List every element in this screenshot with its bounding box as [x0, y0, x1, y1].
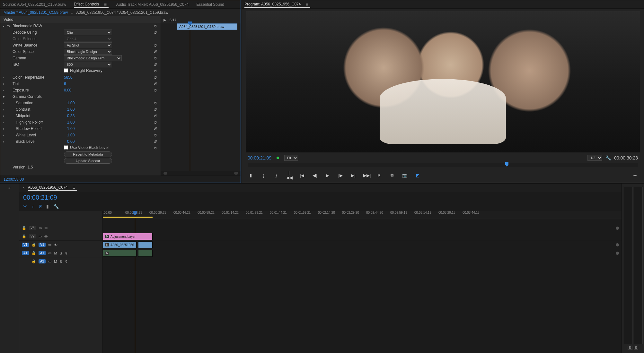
use-video-black-checkbox[interactable]: [64, 145, 68, 150]
toggle-output-icon[interactable]: ▭: [48, 259, 51, 263]
twist-icon[interactable]: ›: [3, 89, 7, 92]
white-balance-select[interactable]: As Shot: [64, 42, 112, 48]
master-clip-link[interactable]: Master * A054_08251201_C159.braw: [4, 10, 68, 15]
hamburger-icon[interactable]: [306, 3, 310, 6]
track-header-a1[interactable]: A1 🔒 A1 ▭ M S 🎙: [19, 249, 102, 257]
clip-audio-1[interactable]: fx: [103, 250, 137, 257]
reset-button[interactable]: [152, 139, 158, 144]
lock-icon[interactable]: 🔒: [31, 251, 36, 255]
twist-icon[interactable]: ›: [3, 82, 7, 86]
marker-icon[interactable]: ▮: [46, 204, 49, 209]
export-frame-icon[interactable]: 📷: [402, 173, 408, 178]
clip-video-1[interactable]: fxA056_08251956: [103, 241, 137, 248]
toggle-output-icon[interactable]: ▭: [39, 234, 42, 238]
mini-clip-bar[interactable]: A054_08251201_C159.braw: [177, 23, 237, 30]
track-header-v2[interactable]: 🔒 V2 ▭ 👁: [19, 232, 102, 240]
scroll-thumb-left[interactable]: [163, 172, 167, 175]
twist-icon[interactable]: ›: [3, 108, 7, 111]
zoom-fit-select[interactable]: Fit: [284, 155, 298, 161]
program-playhead[interactable]: [505, 162, 508, 167]
reset-button[interactable]: [152, 113, 158, 118]
effect-blackmagic-raw[interactable]: ▾ fx Blackmagic RAW: [0, 23, 161, 29]
toggle-output-icon[interactable]: ▭: [48, 251, 51, 255]
zoom-handle[interactable]: [616, 227, 619, 230]
solo-icon[interactable]: S: [59, 260, 62, 263]
saturation-value[interactable]: 1.00: [67, 101, 75, 105]
reset-button[interactable]: [152, 145, 158, 151]
solo-icon[interactable]: S: [60, 251, 62, 255]
program-scrub-bar[interactable]: [248, 163, 638, 167]
lift-icon[interactable]: ⎘: [376, 173, 382, 178]
mute-icon[interactable]: M: [54, 260, 57, 263]
hamburger-icon[interactable]: [73, 186, 77, 189]
effect-footer-timecode[interactable]: 12:00:58:00: [0, 176, 241, 183]
twist-icon[interactable]: ›: [3, 101, 7, 105]
mini-tl-play-icon[interactable]: ▶: [163, 18, 166, 22]
color-space-select[interactable]: Blackmagic Design: [64, 49, 112, 55]
track-header-v3[interactable]: 🔒 V3 ▭ 👁: [19, 224, 102, 232]
lock-icon[interactable]: 🔒: [22, 234, 26, 238]
reset-button[interactable]: [152, 43, 158, 48]
tab-essential-sound[interactable]: Essential Sound: [196, 2, 224, 7]
bracket-out-icon[interactable]: }: [273, 173, 279, 178]
eye-icon[interactable]: 👁: [54, 243, 57, 247]
track-a2[interactable]: [103, 257, 622, 265]
track-v3[interactable]: [103, 224, 622, 232]
resolution-select[interactable]: 1/2: [587, 155, 602, 161]
zoom-handle[interactable]: [616, 243, 619, 246]
iso-select[interactable]: 800: [64, 62, 112, 67]
clip-video-2[interactable]: [138, 241, 153, 248]
step-back-icon[interactable]: |◀: [299, 173, 305, 178]
tint-value[interactable]: 6: [64, 82, 66, 86]
track-v1[interactable]: fxA056_08251956: [103, 240, 622, 249]
shadow-rolloff-value[interactable]: 1.00: [67, 126, 75, 131]
clip-audio-2[interactable]: [138, 250, 153, 257]
effect-mini-timeline[interactable]: ▶ ;6:17 A054_08251201_C159.braw: [161, 16, 241, 176]
wrench-icon[interactable]: 🔧: [53, 204, 59, 209]
reset-button[interactable]: [152, 107, 158, 112]
gamma-select[interactable]: Blackmagic Design Film: [64, 55, 122, 61]
reset-effect-button[interactable]: [152, 23, 158, 29]
midpoint-value[interactable]: 0.38: [67, 114, 75, 118]
decode-using-select[interactable]: Clip: [64, 30, 112, 35]
zoom-handle[interactable]: [616, 252, 619, 255]
mini-playhead[interactable]: [190, 23, 190, 176]
tab-audio-mixer[interactable]: Audio Track Mixer: A056_08251956_C074: [116, 2, 189, 7]
lock-icon[interactable]: 🔒: [22, 226, 26, 230]
magnet-icon[interactable]: ∩: [31, 204, 35, 209]
bracket-in-icon[interactable]: {: [260, 173, 266, 178]
program-current-tc[interactable]: 00:00:21;09: [248, 155, 271, 160]
reset-button[interactable]: [152, 120, 158, 125]
contrast-value[interactable]: 1.00: [67, 107, 75, 112]
timeline-timecode[interactable]: 00:00:21;09: [23, 194, 57, 201]
lock-icon[interactable]: 🔒: [31, 259, 36, 263]
extract-icon[interactable]: ⧉: [389, 173, 395, 178]
white-level-value[interactable]: 1.00: [67, 133, 75, 137]
revert-metadata-button[interactable]: Revert to Metadata: [64, 151, 112, 157]
twist-icon[interactable]: ›: [3, 133, 7, 137]
mic-icon[interactable]: 🎙: [65, 260, 68, 263]
toggle-output-icon[interactable]: ▭: [39, 226, 42, 230]
update-sidecar-button[interactable]: Update Sidecar: [64, 158, 112, 164]
hamburger-icon[interactable]: [104, 3, 109, 6]
timeline-ruler[interactable]: ;00:00 00:00:14:23 00:00:29:23 00:00:44:…: [103, 211, 622, 219]
scroll-thumb-right[interactable]: [234, 172, 238, 175]
toggle-output-icon[interactable]: ▭: [48, 243, 51, 247]
reset-button[interactable]: [152, 68, 158, 73]
reset-button[interactable]: [152, 133, 158, 138]
track-a1[interactable]: fx: [103, 249, 622, 257]
lock-icon[interactable]: 🔒: [31, 243, 36, 247]
mute-icon[interactable]: M: [54, 251, 57, 255]
reset-button[interactable]: [152, 81, 158, 86]
twist-open-icon[interactable]: ▾: [3, 95, 7, 99]
video-section-header[interactable]: Video: [0, 16, 161, 23]
track-header-v1[interactable]: V1 🔒 V1 ▭ 👁: [19, 240, 102, 249]
twist-icon[interactable]: ›: [3, 76, 7, 79]
color-temp-value[interactable]: 5850: [64, 75, 73, 80]
eye-icon[interactable]: 👁: [44, 235, 48, 238]
mic-icon[interactable]: 🎙: [65, 251, 68, 255]
param-gamma-controls[interactable]: ▾ Gamma Controls: [0, 93, 161, 100]
eye-icon[interactable]: 👁: [44, 226, 48, 230]
exposure-value[interactable]: 0.00: [64, 88, 71, 92]
snap-icon[interactable]: ✲: [23, 204, 27, 209]
